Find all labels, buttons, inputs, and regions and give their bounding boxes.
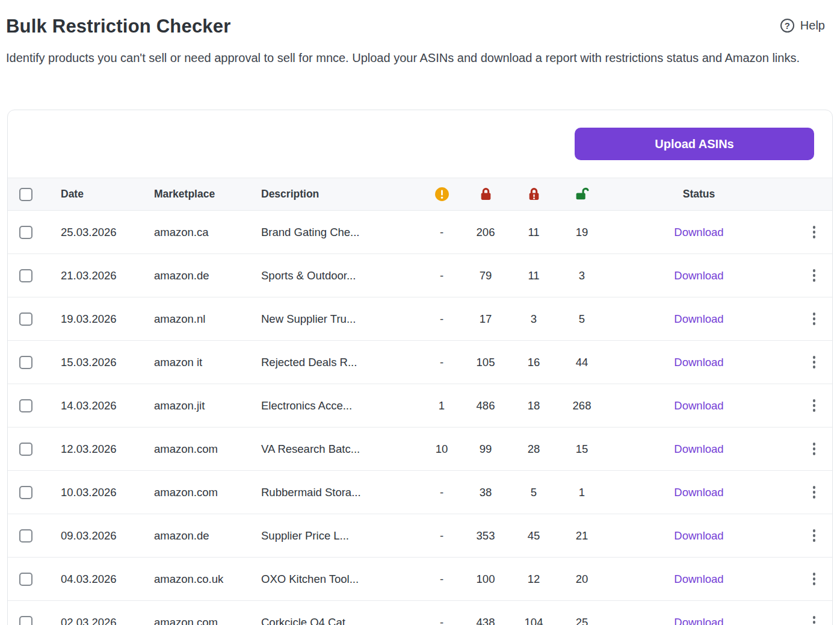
row-date: 02.03.2026 xyxy=(61,616,154,625)
row-checkbox[interactable] xyxy=(19,312,32,326)
kebab-menu-icon[interactable] xyxy=(811,440,818,458)
row-description: Corkcicle Q4 Cat... xyxy=(261,616,418,625)
row-checkbox[interactable] xyxy=(19,226,32,239)
row-checkbox[interactable] xyxy=(19,356,32,369)
lock-alert-icon xyxy=(505,187,562,202)
download-link[interactable]: Download xyxy=(674,443,723,455)
row-date: 21.03.2026 xyxy=(61,269,154,282)
row-checkbox[interactable] xyxy=(19,399,32,412)
row-warning-count: 10 xyxy=(418,443,466,456)
download-link[interactable]: Download xyxy=(674,573,723,585)
download-link[interactable]: Download xyxy=(674,399,723,412)
kebab-menu-icon[interactable] xyxy=(811,527,818,544)
row-locked-alert-count: 11 xyxy=(505,269,562,282)
table-row: 21.03.2026 amazon.de Sports & Outdoor...… xyxy=(8,254,832,297)
row-locked-alert-count: 18 xyxy=(505,399,562,412)
row-unlocked-count: 1 xyxy=(562,486,602,499)
page-header: Bulk Restriction Checker ? Help xyxy=(0,0,840,37)
kebab-menu-icon[interactable] xyxy=(811,397,818,414)
lock-closed-icon xyxy=(466,187,505,202)
row-marketplace: amazon.ca xyxy=(154,226,261,239)
table-row: 12.03.2026 amazon.com VA Research Batc..… xyxy=(8,428,832,471)
table-row: 19.03.2026 amazon.nl New Supplier Tru...… xyxy=(8,297,832,341)
kebab-menu-icon[interactable] xyxy=(811,614,818,625)
row-description: VA Research Batc... xyxy=(261,443,418,456)
row-locked-count: 486 xyxy=(466,399,505,412)
help-label: Help xyxy=(800,19,825,33)
row-marketplace: amazon.com xyxy=(154,616,261,625)
row-unlocked-count: 21 xyxy=(562,529,602,543)
column-header-status: Status xyxy=(602,188,796,201)
row-locked-count: 206 xyxy=(466,226,505,239)
row-marketplace: amazon.nl xyxy=(154,312,261,326)
table-row: 09.03.2026 amazon.de Supplier Price L...… xyxy=(8,514,832,558)
row-checkbox[interactable] xyxy=(19,573,32,586)
row-warning-count: 1 xyxy=(418,399,466,412)
row-description: Brand Gating Che... xyxy=(261,226,418,239)
row-checkbox[interactable] xyxy=(19,486,32,499)
kebab-menu-icon[interactable] xyxy=(811,267,818,284)
kebab-menu-icon[interactable] xyxy=(811,570,818,588)
table-body: 25.03.2026 amazon.ca Brand Gating Che...… xyxy=(8,211,832,625)
row-description: New Supplier Tru... xyxy=(261,312,418,326)
row-date: 14.03.2026 xyxy=(61,399,154,412)
row-checkbox[interactable] xyxy=(19,269,32,282)
row-locked-count: 17 xyxy=(466,312,505,326)
table-header-row: Date Marketplace Description xyxy=(8,178,832,211)
download-link[interactable]: Download xyxy=(674,529,723,542)
row-date: 25.03.2026 xyxy=(61,226,154,239)
row-marketplace: amazon it xyxy=(154,356,261,369)
download-link[interactable]: Download xyxy=(674,356,723,368)
row-locked-count: 105 xyxy=(466,356,505,369)
row-date: 15.03.2026 xyxy=(61,356,154,369)
row-warning-count: - xyxy=(418,312,466,326)
row-unlocked-count: 20 xyxy=(562,573,602,586)
row-locked-alert-count: 12 xyxy=(505,573,562,586)
row-unlocked-count: 19 xyxy=(562,226,602,239)
table-row: 04.03.2026 amazon.co.uk OXO Kitchen Tool… xyxy=(8,558,832,601)
row-locked-count: 100 xyxy=(466,573,505,586)
row-marketplace: amazon.com xyxy=(154,443,261,456)
row-locked-count: 99 xyxy=(466,443,505,456)
row-unlocked-count: 15 xyxy=(562,443,602,456)
kebab-menu-icon[interactable] xyxy=(811,310,818,328)
row-locked-alert-count: 5 xyxy=(505,486,562,499)
row-warning-count: - xyxy=(418,269,466,282)
row-date: 09.03.2026 xyxy=(61,529,154,543)
download-link[interactable]: Download xyxy=(674,269,723,282)
row-locked-alert-count: 11 xyxy=(505,226,562,239)
column-header-description: Description xyxy=(261,188,418,201)
download-link[interactable]: Download xyxy=(674,312,723,325)
table-row: 25.03.2026 amazon.ca Brand Gating Che...… xyxy=(8,211,832,254)
kebab-menu-icon[interactable] xyxy=(811,484,818,501)
row-locked-count: 79 xyxy=(466,269,505,282)
row-locked-count: 438 xyxy=(466,616,505,625)
kebab-menu-icon[interactable] xyxy=(811,353,818,371)
kebab-menu-icon[interactable] xyxy=(811,223,818,241)
row-description: Rubbermaid Stora... xyxy=(261,486,418,499)
row-date: 12.03.2026 xyxy=(61,443,154,456)
row-warning-count: - xyxy=(418,486,466,499)
download-link[interactable]: Download xyxy=(674,486,723,499)
row-unlocked-count: 44 xyxy=(562,356,602,369)
row-description: Supplier Price L... xyxy=(261,529,418,543)
row-checkbox[interactable] xyxy=(19,616,32,625)
row-marketplace: amazon.co.uk xyxy=(154,573,261,586)
restriction-report-card: Upload ASINs Date Marketplace Descriptio… xyxy=(7,110,833,625)
row-unlocked-count: 5 xyxy=(562,312,602,326)
row-description: Sports & Outdoor... xyxy=(261,269,418,282)
row-checkbox[interactable] xyxy=(19,443,32,456)
download-link[interactable]: Download xyxy=(674,616,723,625)
row-description: Rejected Deals R... xyxy=(261,356,418,369)
row-locked-alert-count: 28 xyxy=(505,443,562,456)
row-date: 04.03.2026 xyxy=(61,573,154,586)
row-unlocked-count: 268 xyxy=(562,399,602,412)
download-link[interactable]: Download xyxy=(674,226,723,238)
row-checkbox[interactable] xyxy=(19,529,32,543)
row-marketplace: amazon.de xyxy=(154,529,261,543)
upload-asins-button[interactable]: Upload ASINs xyxy=(575,128,814,160)
select-all-checkbox[interactable] xyxy=(19,188,32,201)
row-locked-count: 353 xyxy=(466,529,505,543)
help-button[interactable]: ? Help xyxy=(780,19,825,33)
row-warning-count: - xyxy=(418,226,466,239)
